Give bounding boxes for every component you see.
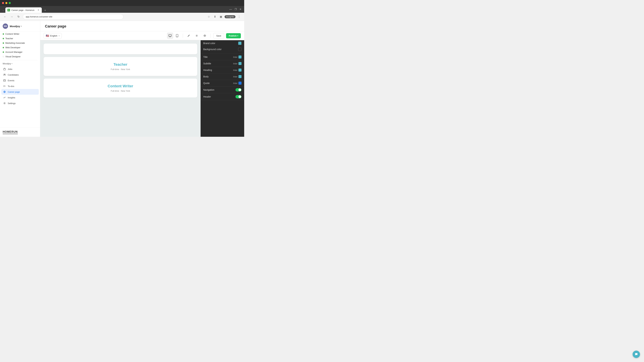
quote-font-swatch[interactable]: [238, 82, 242, 85]
sidebar-item-candidates[interactable]: Candidates: [1, 72, 39, 78]
url-text: app.homerun.co/career-site: [26, 15, 52, 18]
pen-tool-btn[interactable]: [186, 33, 192, 39]
tab-list-btn[interactable]: ⌄: [1, 8, 5, 13]
job-status-dot: [3, 38, 4, 39]
brand-color-swatch[interactable]: [238, 41, 242, 45]
sidebar-item-candidates-label: Candidates: [8, 73, 19, 76]
quote-font-row: Quote Inter: [200, 80, 244, 86]
header-toggle[interactable]: [236, 95, 242, 98]
title-font-swatch[interactable]: [238, 55, 242, 58]
background-color-swatch[interactable]: [238, 48, 242, 51]
job-status-dot: [3, 42, 4, 44]
sidebar-item-insights[interactable]: Insights: [1, 95, 39, 100]
job-item-visual-designer[interactable]: Visual Designer: [1, 54, 39, 59]
reload-btn[interactable]: ↻: [16, 14, 21, 19]
job-list: Content Writer Teacher Marketing Associa…: [0, 32, 40, 59]
body-font-label: Body: [203, 75, 209, 78]
win-minimize-icon[interactable]: —: [229, 8, 232, 11]
title-font-row: Title Inter: [200, 54, 244, 60]
heading-font-row: Heading Inter: [200, 67, 244, 73]
more-menu-icon[interactable]: ⋮: [237, 14, 242, 19]
job-item-account-manager[interactable]: Account Manager: [1, 50, 39, 54]
save-button[interactable]: Save: [213, 33, 224, 38]
sidebar-item-career-page[interactable]: Career page: [1, 89, 39, 95]
subtitle-font-value: Inter: [233, 62, 242, 65]
flag-icon: 🇺🇸: [46, 34, 49, 37]
app-layout: MM Moodjoy ▾ Content Writer Teacher M: [0, 21, 244, 137]
sidebar-header: MM Moodjoy ▾: [0, 21, 40, 32]
job-status-dot: [3, 47, 4, 48]
heading-font-label: Heading: [203, 69, 212, 71]
job-status-dot-empty: [3, 56, 4, 57]
toolbar-separator-2: [210, 34, 211, 38]
empty-job-card[interactable]: [44, 43, 197, 54]
sidebar: MM Moodjoy ▾ Content Writer Teacher M: [0, 21, 40, 137]
briefcase-icon: [3, 67, 6, 70]
navigation-toggle-label: Navigation: [203, 88, 214, 91]
page-header: Career page: [40, 21, 244, 31]
preview-tool-btn[interactable]: [202, 33, 208, 39]
publish-button[interactable]: Publish ▾: [226, 33, 241, 38]
brand-color-label: Brand color: [203, 42, 215, 44]
download-icon[interactable]: ⬇: [212, 14, 217, 19]
win-restore-icon[interactable]: ❐: [234, 8, 237, 11]
new-tab-btn[interactable]: +: [43, 8, 48, 13]
chart-icon: [3, 96, 6, 99]
nav-items: Jobs Candidates Events: [0, 65, 40, 107]
body-font-row: Body Inter: [200, 73, 244, 80]
mobile-view-btn[interactable]: [174, 33, 180, 39]
browser-window-controls: [0, 0, 244, 6]
subtitle-font-swatch[interactable]: [238, 62, 242, 65]
background-color-row: Background color: [200, 46, 244, 54]
title-font-label: Title: [203, 56, 208, 58]
svg-point-8: [4, 103, 5, 104]
sidebar-company-label[interactable]: Moodjoy ▾: [0, 62, 40, 65]
sidebar-scroll[interactable]: Content Writer Teacher Marketing Associa…: [0, 32, 40, 128]
language-selector[interactable]: 🇺🇸 English ▾: [44, 33, 62, 38]
homerun-logo: HOMERUN: [3, 130, 18, 134]
job-card-teacher[interactable]: Teacher Full-time · New York: [44, 57, 197, 76]
job-item-web-developer[interactable]: Web Developer: [1, 45, 39, 50]
forward-btn[interactable]: →: [10, 14, 14, 19]
job-item-marketing-associate[interactable]: Marketing Associate: [1, 41, 39, 45]
incognito-badge: Incognito: [224, 15, 236, 18]
back-btn[interactable]: ←: [3, 14, 8, 19]
body-font-swatch[interactable]: [238, 75, 242, 78]
sidebar-item-events[interactable]: Events: [1, 78, 39, 83]
bookmark-icon[interactable]: ☆: [206, 14, 211, 19]
svg-rect-0: [4, 68, 6, 70]
win-close-icon[interactable]: ✕: [240, 8, 242, 11]
job-item-teacher[interactable]: Teacher: [1, 36, 39, 41]
win-maximize-btn[interactable]: [9, 2, 11, 4]
navigation-toggle[interactable]: [236, 88, 242, 91]
win-close-btn[interactable]: [2, 2, 4, 4]
heading-font-swatch[interactable]: [238, 68, 242, 71]
sidebar-item-career-page-label: Career page: [8, 91, 20, 93]
sidebar-item-settings[interactable]: Settings: [1, 100, 39, 106]
tab-title: Career page - Homerun: [12, 9, 34, 11]
url-input[interactable]: app.homerun.co/career-site: [23, 14, 124, 19]
page-title: Career page: [45, 24, 240, 28]
tab-close-btn[interactable]: ✕: [37, 9, 40, 11]
company-name[interactable]: Moodjoy ▾: [10, 25, 22, 28]
sidebar-item-jobs[interactable]: Jobs: [1, 66, 39, 72]
canvas-inner: Teacher Full-time · New York Content Wri…: [40, 40, 200, 137]
sidebar-footer: HOMERUN: [0, 128, 40, 137]
active-tab[interactable]: H Career page - Homerun ✕: [5, 7, 42, 13]
title-font-value: Inter: [233, 55, 242, 58]
window-icon[interactable]: ▣: [218, 14, 223, 19]
desktop-view-btn[interactable]: [167, 33, 173, 39]
background-color-label: Background color: [203, 48, 222, 51]
canvas-wrapper[interactable]: Teacher Full-time · New York Content Wri…: [40, 40, 200, 137]
calendar-icon: [3, 79, 6, 82]
right-panel: Brand color Background color Title Inter: [200, 40, 244, 137]
sidebar-item-todos[interactable]: To-dos: [1, 83, 39, 89]
job-card-teacher-subtitle: Full-time · New York: [48, 68, 193, 70]
job-card-content-writer[interactable]: Content Writer Full-time · New York: [44, 79, 197, 97]
win-minimize-btn[interactable]: [5, 2, 8, 4]
language-label: English: [50, 34, 57, 37]
job-card-content-writer-subtitle: Full-time · New York: [48, 90, 193, 92]
subtitle-font-row: Subtitle Inter: [200, 60, 244, 67]
settings-tool-btn[interactable]: [194, 33, 200, 39]
job-item-content-writer[interactable]: Content Writer: [1, 32, 39, 36]
